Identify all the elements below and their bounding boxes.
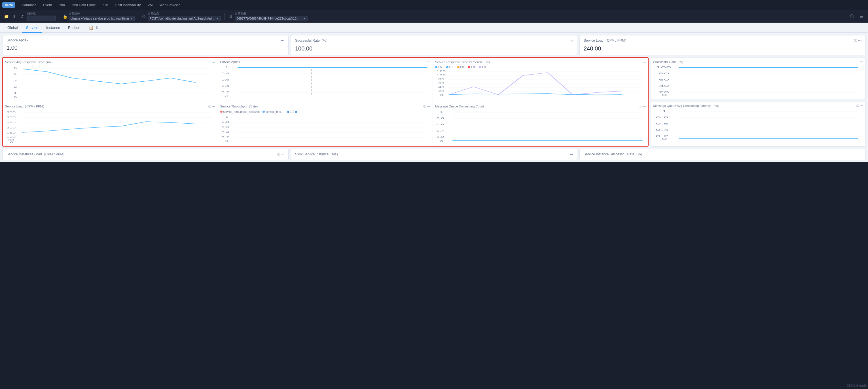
refresh-icon[interactable]: ↺	[19, 13, 25, 19]
chart-apdex-actions: •••	[427, 60, 430, 63]
charts-right: Successful Rate（%） ••• 100 80 60 40 20 0	[651, 57, 866, 147]
tab-save-icon[interactable]: 📋	[89, 25, 94, 30]
endpoint-dropdown-arrow: ▼	[216, 17, 219, 20]
svg-text:250: 250	[6, 121, 16, 124]
chart-throughput-more[interactable]: •••	[427, 105, 430, 108]
chart-percentile: Service Response Time Percentile（ms） •••…	[433, 58, 648, 102]
legend-sent-label: service_thro...	[266, 110, 283, 113]
chart-right-success-header: Successful Rate（%） •••	[653, 60, 864, 64]
metric-card-load: Service Load（CPM / PPM） ⓘ ••• 240.00	[580, 35, 866, 55]
bottom-instance-success-title: Service Instance Successful Rate（%）	[584, 152, 644, 157]
metric-apdex-more[interactable]: •••	[281, 38, 284, 42]
chart-avg-response: Service Avg Response Time（ms） ••• 5 4 3 …	[3, 58, 218, 102]
chart-right-mq-latency-header: Message Queue Avg Consuming Latency（ms） …	[653, 104, 864, 108]
folder-icon[interactable]: 📁	[3, 13, 9, 19]
lock-icon: 🔒	[63, 14, 67, 19]
chart-percentile-more[interactable]: •••	[643, 61, 646, 64]
chart-mq-count-more[interactable]: •••	[643, 105, 646, 108]
nav-istio-data-plane[interactable]: Istio Data Plane	[68, 2, 99, 8]
metric-load-actions: ⓘ •••	[854, 38, 862, 43]
tab-icons: 📋 ⬇	[89, 25, 99, 30]
current-instance-label: 当前实例	[235, 11, 308, 16]
nav-vm[interactable]: VM	[144, 2, 156, 8]
metric-card-apdex-header: Service Apdex •••	[6, 38, 284, 42]
service-group-input[interactable]	[27, 16, 56, 21]
svg-text:0: 0	[662, 94, 667, 96]
chart-service-load-svg: 350 300 250 200 150 100 50 0	[5, 110, 215, 144]
page-prev[interactable]: ◀	[286, 110, 289, 114]
chart-right-success-more[interactable]: •••	[860, 60, 863, 63]
svg-text:4: 4	[14, 73, 17, 76]
metric-card-success-header: Successful Rate（%） •••	[295, 38, 573, 43]
svg-text:1: 1	[662, 110, 667, 113]
nav-event[interactable]: Event	[40, 2, 55, 8]
current-service-label: 当前服务	[69, 11, 135, 16]
svg-text:5: 5	[14, 67, 17, 69]
current-service-selector[interactable]: dhgate-yfadaps-service-prod-jxq-multilan…	[69, 16, 135, 21]
chart-throughput-svg: 1 0.8 0.6 0.4 0.2 0	[220, 115, 431, 143]
main-content: Service Apdex ••• 1.00 Successful Rate（%…	[0, 33, 868, 162]
chart-load-more[interactable]: •••	[212, 105, 215, 108]
current-instance-selector[interactable]: 569777bf8686446c9f47444de272cbca@10.42.4…	[235, 16, 308, 21]
svg-text:150: 150	[6, 131, 16, 134]
chart-right-success-actions: •••	[860, 60, 863, 63]
legend-p95-dot	[468, 66, 470, 68]
settings-icon[interactable]: ☰	[858, 13, 865, 20]
legend-p99-dot	[479, 66, 481, 68]
svg-text:0.4: 0.4	[221, 131, 229, 133]
svg-text:40: 40	[658, 85, 669, 87]
tab-download-icon[interactable]: ⬇	[95, 25, 99, 30]
metric-card-apdex: Service Apdex ••• 1.00	[2, 35, 288, 55]
apm-logo[interactable]: APM	[2, 2, 15, 8]
chart-mq-latency-more[interactable]: •••	[860, 104, 863, 108]
nav-istio[interactable]: Istio	[55, 2, 68, 8]
svg-text:0: 0	[225, 140, 228, 142]
metric-success-more[interactable]: •••	[569, 39, 573, 42]
svg-text:0: 0	[14, 96, 17, 99]
chart-throughput-title: Service Throughput（Bytes）	[220, 104, 261, 109]
bottom-slow-more[interactable]: •••	[570, 153, 573, 156]
download-icon[interactable]: ⬇	[11, 13, 17, 19]
svg-text:1: 1	[225, 115, 228, 118]
svg-text:60: 60	[438, 82, 444, 85]
chart-percentile-title: Service Response Time Percentile（ms）	[435, 60, 493, 64]
current-instance-value: 569777bf8686446c9f47444de272cbca@10.42.4…	[237, 17, 302, 20]
current-endpoint-value: POST:/com.dhgate.yfadaps.api.AdSearchApi…	[150, 17, 215, 20]
page-next[interactable]: ▶	[296, 110, 298, 114]
chart-throughput-info[interactable]: ⓘ	[423, 104, 426, 109]
charts-grid: Service Avg Response Time（ms） ••• 5 4 3 …	[3, 58, 648, 146]
info-icon[interactable]: ⓘ	[849, 13, 856, 20]
current-instance-section: 🖥 当前实例 569777bf8686446c9f47444de272cbca@…	[228, 11, 308, 21]
metric-load-info[interactable]: ⓘ	[854, 38, 857, 43]
current-endpoint-selector[interactable]: POST:/com.dhgate.yfadaps.api.AdSearchApi…	[148, 16, 221, 21]
svg-text:0: 0	[662, 138, 667, 140]
tab-instance[interactable]: Instance	[42, 23, 64, 33]
chart-right-success-svg: 100 80 60 40 20 0	[653, 65, 864, 96]
bottom-instances-load-info[interactable]: ⓘ	[277, 153, 280, 156]
nav-web-browser[interactable]: Web Browser	[156, 2, 183, 8]
tab-service[interactable]: Service	[22, 23, 42, 33]
bottom-instances-load-more[interactable]: •••	[281, 153, 284, 156]
bottom-section: Service Instances Load（CPM / PPM） ⓘ ••• …	[2, 149, 866, 160]
nav-k8s[interactable]: K8s	[99, 2, 112, 8]
chart-load-info[interactable]: ⓘ	[208, 104, 211, 109]
tab-endpoint[interactable]: Endpoint	[64, 23, 87, 33]
chart-avg-more[interactable]: •••	[212, 61, 215, 64]
chart-mq-latency-info[interactable]: ⓘ	[856, 104, 859, 108]
svg-text:1: 1	[225, 66, 228, 69]
svg-text:0: 0	[225, 95, 228, 98]
tab-global[interactable]: Global	[3, 23, 22, 33]
nav-database[interactable]: Database	[19, 2, 40, 8]
instance-icon: 🖥	[228, 13, 234, 19]
instance-dropdown-arrow: ▼	[303, 17, 306, 20]
chart-mq-count-info[interactable]: ⓘ	[639, 104, 642, 108]
chart-apdex-more[interactable]: •••	[427, 60, 430, 63]
svg-text:20: 20	[438, 90, 444, 92]
legend-p90-label: P90	[460, 65, 465, 69]
chart-service-load-area: 350 300 250 200 150 100 50 0	[5, 110, 215, 144]
svg-text:0.4: 0.4	[221, 85, 229, 87]
metric-load-more[interactable]: •••	[858, 38, 862, 43]
chart-avg-response-area: 5 4 3 2 1 0	[5, 65, 215, 99]
nav-self-observability[interactable]: SelfObservability	[112, 2, 144, 8]
legend-received-dot	[220, 111, 222, 113]
